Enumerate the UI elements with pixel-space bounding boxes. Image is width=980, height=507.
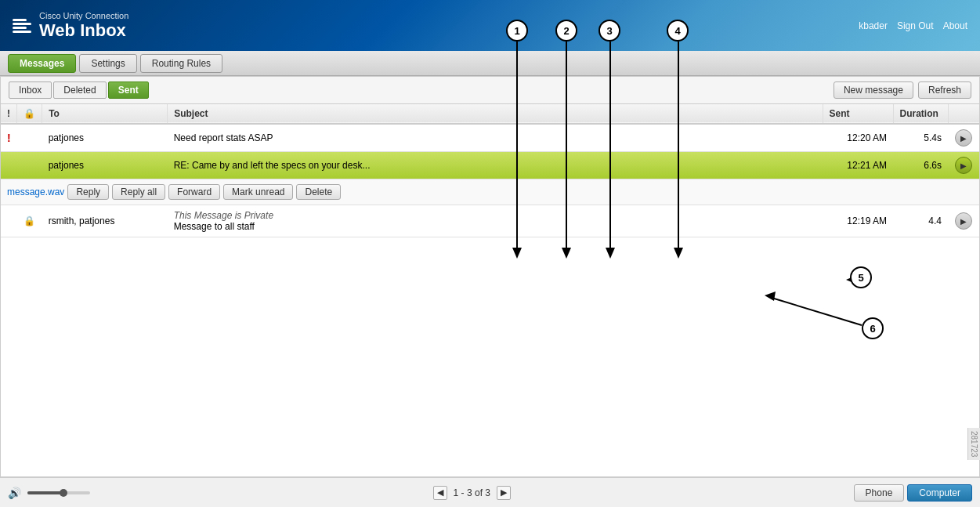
row1-important-icon: ! [1, 124, 17, 152]
message-table: ! 🔒 To Subject Sent Duration ! patjones … [1, 104, 979, 237]
row2-play[interactable]: ▶ [948, 152, 979, 179]
app-title-block: Cisco Unity Connection Web Inbox [39, 11, 128, 41]
col-header-sent: Sent [823, 104, 893, 124]
row2-duration: 6.6s [893, 152, 948, 179]
reply-all-button[interactable]: Reply all [112, 184, 165, 200]
logo-block: Cisco Unity Connection Web Inbox [13, 11, 128, 41]
prev-page-button[interactable]: ◀ [433, 486, 447, 500]
about-link[interactable]: About [943, 20, 967, 31]
computer-button[interactable]: Computer [907, 484, 972, 502]
row2-lock-icon [17, 152, 42, 179]
app-subtitle: Cisco Unity Connection [39, 11, 128, 20]
tab-group: Inbox Deleted Sent [9, 81, 829, 99]
header: Cisco Unity Connection Web Inbox kbader … [0, 0, 980, 51]
table-row[interactable]: 🔒 rsmith, patjones This Message is Priva… [1, 205, 979, 237]
col-header-subject: Subject [168, 104, 823, 124]
volume-slider[interactable] [27, 491, 90, 494]
action-row-cell: message.wav Reply Reply all Forward Mark… [1, 179, 979, 205]
row3-to: rsmith, patjones [42, 205, 168, 237]
table-row[interactable]: ! patjones Need report stats ASAP 12:20 … [1, 124, 979, 152]
row3-lock-icon: 🔒 [17, 205, 42, 237]
row3-duration: 4.4 [893, 205, 948, 237]
pagination-text: 1 - 3 of 3 [454, 487, 490, 498]
action-row: message.wav Reply Reply all Forward Mark… [1, 179, 979, 205]
row3-subject-private: This Message is Private [174, 210, 816, 221]
row1-subject: Need report stats ASAP [168, 124, 823, 152]
table-header-row: ! 🔒 To Subject Sent Duration [1, 104, 979, 124]
row2-play-button[interactable]: ▶ [955, 157, 972, 174]
main-content: Inbox Deleted Sent New message Refresh !… [0, 76, 980, 477]
refresh-button[interactable]: Refresh [918, 81, 971, 99]
nav-settings[interactable]: Settings [79, 54, 136, 73]
reply-button[interactable]: Reply [67, 184, 109, 200]
message-list: ! 🔒 To Subject Sent Duration ! patjones … [1, 104, 979, 476]
footer-right: Phone Computer [854, 484, 972, 502]
tab-sent[interactable]: Sent [108, 81, 149, 99]
row3-play-button[interactable]: ▶ [955, 212, 972, 230]
volume-thumb [60, 489, 67, 497]
col-header-to: To [42, 104, 168, 124]
table-row[interactable]: patjones RE: Came by and left the specs … [1, 152, 979, 179]
username: kbader [859, 20, 888, 31]
col-header-lock: 🔒 [17, 104, 42, 124]
cisco-bars-icon [13, 19, 31, 33]
row3-important-icon [1, 205, 17, 237]
volume-icon: 🔊 [8, 487, 21, 499]
row3-subject-main: Message to all staff [174, 221, 816, 232]
nav-bar: Messages Settings Routing Rules [0, 51, 980, 76]
new-message-button[interactable]: New message [834, 81, 913, 99]
row1-play[interactable]: ▶ [948, 124, 979, 152]
tab-inbox[interactable]: Inbox [9, 81, 52, 99]
forward-button[interactable]: Forward [168, 184, 220, 200]
tab-deleted[interactable]: Deleted [53, 81, 106, 99]
action-buttons: message.wav Reply Reply all Forward Mark… [7, 184, 973, 200]
row2-important-icon [1, 152, 17, 179]
footer: 🔊 ◀ 1 - 3 of 3 ▶ Phone Computer [0, 477, 980, 507]
row1-to: patjones [42, 124, 168, 152]
col-header-play [948, 104, 979, 124]
toolbar: Inbox Deleted Sent New message Refresh [1, 77, 979, 104]
next-page-button[interactable]: ▶ [497, 486, 511, 500]
message-wav-link[interactable]: message.wav [7, 187, 64, 197]
nav-routing[interactable]: Routing Rules [140, 54, 222, 73]
col-header-important: ! [1, 104, 17, 124]
col-header-duration: Duration [893, 104, 948, 124]
row2-sent: 12:21 AM [823, 152, 893, 179]
mark-unread-button[interactable]: Mark unread [223, 184, 293, 200]
row3-play[interactable]: ▶ [948, 205, 979, 237]
row1-play-button[interactable]: ▶ [955, 129, 972, 147]
delete-button[interactable]: Delete [296, 184, 341, 200]
row1-sent: 12:20 AM [823, 124, 893, 152]
row2-subject: RE: Came by and left the specs on your d… [168, 152, 823, 179]
sign-out-link[interactable]: Sign Out [897, 20, 934, 31]
watermark: 281723 [967, 428, 980, 460]
row2-to: patjones [42, 152, 168, 179]
app-title: Web Inbox [39, 20, 128, 41]
phone-button[interactable]: Phone [854, 484, 905, 502]
nav-messages[interactable]: Messages [8, 54, 76, 73]
header-right: kbader Sign Out About [859, 20, 967, 31]
row1-lock-icon [17, 124, 42, 152]
row3-subject: This Message is Private Message to all s… [168, 205, 823, 237]
pagination: ◀ 1 - 3 of 3 ▶ [96, 486, 848, 500]
row1-duration: 5.4s [893, 124, 948, 152]
row3-sent: 12:19 AM [823, 205, 893, 237]
